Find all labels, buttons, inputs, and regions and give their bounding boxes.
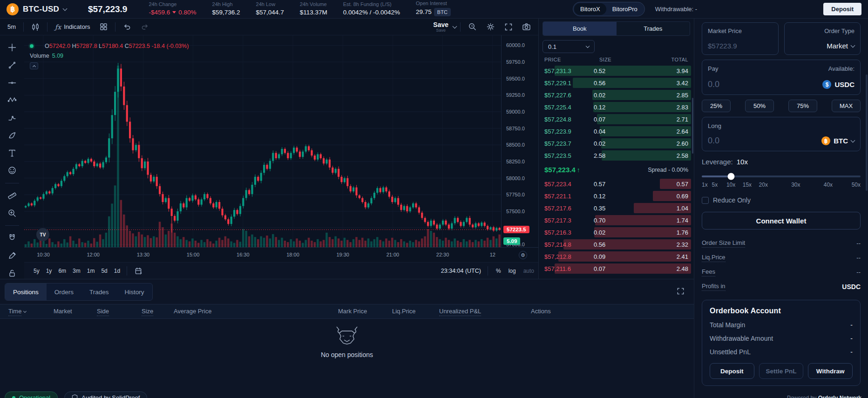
range-button-1d[interactable]: 1d <box>111 266 123 276</box>
xabcd-pattern-tool[interactable] <box>6 94 18 106</box>
pay-amount-input[interactable]: 0.0 <box>708 80 719 89</box>
tab-positions[interactable]: Positions <box>5 283 47 300</box>
ask-row[interactable]: $57,227.60.022.85 <box>539 89 694 101</box>
forecast-tool[interactable] <box>6 112 18 124</box>
audit-pill[interactable]: Audited by SolidProof <box>64 391 147 398</box>
leverage-mark-30x[interactable]: 30x <box>791 182 800 188</box>
emoji-tool[interactable] <box>6 165 18 176</box>
bid-row[interactable]: $57,221.10.120.69 <box>539 190 694 202</box>
ask-row[interactable]: $57,223.70.022.60 <box>539 137 694 149</box>
timezone-settings-icon[interactable]: ⚙ <box>519 251 527 259</box>
percent-button-75[interactable]: 75% <box>788 100 817 112</box>
platform-toggle[interactable]: BitoroX BitoroPro <box>573 2 645 16</box>
order-type-select[interactable]: Order Type Market <box>784 22 861 55</box>
deposit-button[interactable]: Deposit <box>710 363 754 379</box>
tab-trades[interactable]: Trades <box>81 283 117 300</box>
indicators-button[interactable]: ƒx Indicators <box>51 21 94 33</box>
order-book-scrollbar[interactable] <box>692 98 693 154</box>
ask-row[interactable]: $57,223.90.042.64 <box>539 125 694 137</box>
range-button-3m[interactable]: 3m <box>70 266 83 276</box>
bid-row[interactable]: $57,217.30.701.74 <box>539 214 694 226</box>
percent-button-50[interactable]: 50% <box>745 100 774 112</box>
ruler-tool[interactable] <box>6 190 18 202</box>
ask-row[interactable]: $57,225.40.122.83 <box>539 101 694 113</box>
quantity-input[interactable]: 0.0 <box>708 136 719 146</box>
fullscreen-button[interactable] <box>501 21 516 33</box>
text-tool[interactable] <box>6 147 18 159</box>
deposit-button-top[interactable]: Deposit <box>823 3 861 15</box>
leverage-mark-1x[interactable]: 1x <box>702 182 708 188</box>
range-button-1m[interactable]: 1m <box>84 266 98 276</box>
quick-search-button[interactable] <box>464 20 481 33</box>
price-axis[interactable]: 60000.059750.059500.059250.059000.058750… <box>501 35 538 247</box>
tab-orders[interactable]: Orders <box>47 283 81 300</box>
column-header-side[interactable]: Side <box>97 308 109 316</box>
percent-button-25[interactable]: 25% <box>702 100 731 112</box>
tab-book[interactable]: Book <box>543 22 617 35</box>
column-header-size[interactable]: Size <box>142 308 153 316</box>
range-button-5d[interactable]: 5d <box>98 266 110 276</box>
time-axis[interactable]: ⚙ 10:3012:0013:3015:0016:3018:0019:3021:… <box>24 247 538 262</box>
column-header-unrealized-p-l[interactable]: Unrealized P&L <box>439 308 481 316</box>
leverage-mark-5x[interactable]: 5x <box>712 182 718 188</box>
toggle-bitorox[interactable]: BitoroX <box>574 3 606 15</box>
market-price-field[interactable]: Market Price $57223.9 <box>702 22 779 55</box>
connect-wallet-button[interactable]: Connect Wallet <box>702 212 861 229</box>
layout-grid-button[interactable] <box>96 21 111 33</box>
tick-size-select[interactable]: 0.1 <box>542 40 595 53</box>
brush-tool[interactable] <box>6 130 18 142</box>
go-to-date-button[interactable] <box>131 265 147 277</box>
redo-button[interactable] <box>137 21 153 33</box>
chart-area[interactable]: O57242.0 H57287.8 L57180.4 C57223.5 -18.… <box>24 35 538 262</box>
bid-row[interactable]: $57,214.80.562.32 <box>539 238 694 250</box>
interval-button[interactable]: 5m <box>4 21 20 32</box>
column-header-time[interactable]: Time <box>8 308 26 316</box>
operational-status-pill[interactable]: Operational <box>5 391 58 398</box>
trade-panel-scrollbar[interactable] <box>866 74 868 191</box>
candle-style-button[interactable] <box>27 21 43 33</box>
range-button-5y[interactable]: 5y <box>31 266 42 276</box>
symbol-selector[interactable]: ฿ BTC-USD <box>7 3 67 15</box>
withdraw-button[interactable]: Withdraw <box>808 363 853 379</box>
zoom-in-tool[interactable] <box>6 207 18 219</box>
save-button[interactable]: Save Save <box>433 21 456 33</box>
bid-row[interactable]: $57,216.30.021.76 <box>539 226 694 238</box>
leverage-mark-15x[interactable]: 15x <box>743 182 752 188</box>
tab-trades[interactable]: Trades <box>617 22 690 35</box>
clock[interactable]: 23:34:04 (UTC) <box>441 268 481 274</box>
bid-row[interactable]: $57,211.60.072.48 <box>539 263 694 275</box>
bid-row[interactable]: $57,217.60.351.04 <box>539 202 694 214</box>
trend-line-tool[interactable] <box>6 60 18 71</box>
bid-row[interactable]: $57,223.40.570.57 <box>539 178 694 190</box>
toggle-bitoropro[interactable]: BitoroPro <box>606 3 644 15</box>
settle-pnl-button[interactable]: Settle PnL <box>759 363 804 379</box>
leverage-slider[interactable] <box>702 173 861 180</box>
leverage-mark-40x[interactable]: 40x <box>824 182 833 188</box>
collapse-indicators-button[interactable] <box>30 62 38 69</box>
snapshot-button[interactable] <box>518 20 535 33</box>
tab-history[interactable]: History <box>117 283 152 300</box>
percent-scale-button[interactable]: % <box>495 267 502 275</box>
ask-row[interactable]: $57,231.30.523.94 <box>539 65 694 77</box>
slider-knob[interactable] <box>727 173 734 180</box>
ask-row[interactable]: $57,223.52.582.58 <box>539 149 694 162</box>
range-button-1y[interactable]: 1y <box>43 266 55 276</box>
crosshair-tool[interactable] <box>6 42 18 54</box>
leverage-mark-20x[interactable]: 20x <box>759 182 768 188</box>
tradingview-watermark-logo[interactable]: TV <box>36 228 49 241</box>
reduce-only-checkbox[interactable] <box>702 197 709 204</box>
range-button-6m[interactable]: 6m <box>55 266 69 276</box>
horizontal-line-tool[interactable] <box>6 77 18 88</box>
ask-row[interactable]: $57,224.80.072.71 <box>539 113 694 125</box>
log-scale-button[interactable]: log <box>507 267 517 275</box>
chart-settings-button[interactable] <box>482 20 499 33</box>
undo-button[interactable] <box>119 21 135 33</box>
quantity-asset-select[interactable]: ฿ BTC <box>821 136 854 145</box>
bid-row[interactable]: $57,212.80.092.41 <box>539 250 694 263</box>
quantity-field[interactable]: Long 0.0 ฿ BTC <box>702 117 861 151</box>
percent-button-max[interactable]: MAX <box>832 100 861 112</box>
leverage-mark-50x[interactable]: 50x <box>852 182 861 188</box>
pencil-tool[interactable] <box>6 250 18 262</box>
magnet-tool[interactable] <box>6 232 18 244</box>
leverage-mark-10x[interactable]: 10x <box>726 182 735 188</box>
